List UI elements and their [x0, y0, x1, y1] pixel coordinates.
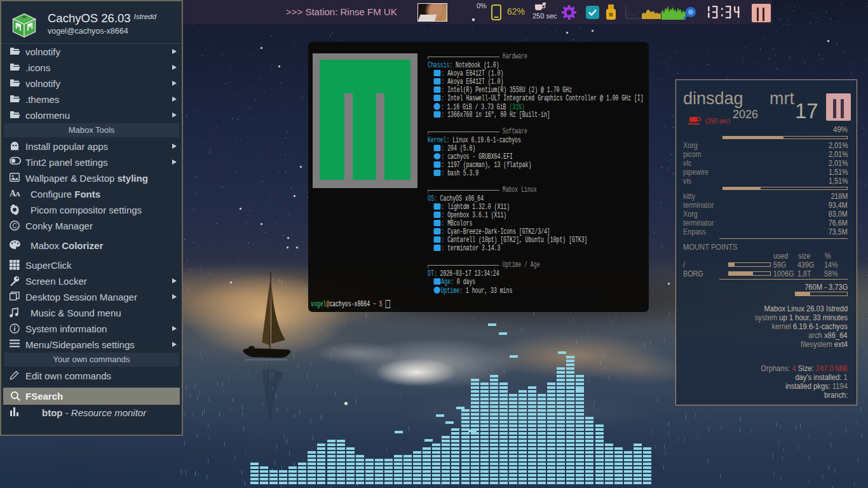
svg-text:C: C — [12, 222, 17, 229]
svg-text:A: A — [15, 190, 20, 197]
